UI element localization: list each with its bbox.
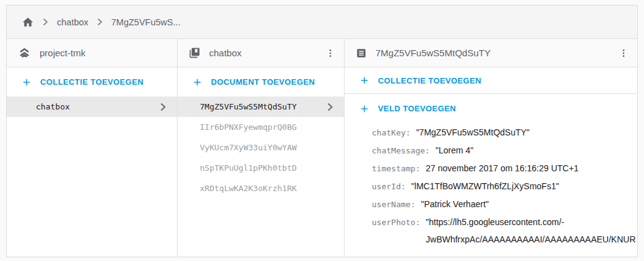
field-value: 27 november 2017 om 16:16:29 UTC+1 <box>426 160 578 178</box>
collection-list-item[interactable]: chatbox <box>7 96 177 117</box>
collection-title: chatbox <box>209 48 242 58</box>
document-list-item[interactable]: nSpTKPuUgl1pPKh0tbtD <box>178 158 344 178</box>
plus-icon <box>21 77 32 88</box>
breadcrumb-item-collection[interactable]: chatbox <box>57 17 88 27</box>
field-value: "Patrick Verhaert" <box>421 195 489 213</box>
field-name: chatMessage <box>372 142 430 160</box>
field-value: "https://lh5.googleusercontent.com/- JwB… <box>426 213 635 248</box>
more-vert-icon[interactable] <box>616 46 631 61</box>
field-name: userName <box>372 195 415 213</box>
field-row[interactable]: userPhoto "https://lh5.googleusercontent… <box>372 213 637 248</box>
field-value: "7MgZ5VFu5wS5MtQdSuTY" <box>416 124 530 142</box>
field-name: userId <box>372 178 406 195</box>
document-list-item[interactable]: 7MgZ5VFu5wS5MtQdSuTY <box>178 96 344 117</box>
column-root: project-tmk COLLECTIE TOEVOEGEN chatbox <box>7 39 178 257</box>
document-title: 7MgZ5VFu5wS5MtQdSuTY <box>376 48 491 58</box>
add-collection-button[interactable]: COLLECTIE TOEVOEGEN <box>345 67 637 94</box>
breadcrumb-separator-icon <box>43 18 48 26</box>
document-list-item[interactable]: VyKUcm7XyW33uiY0wYAW <box>178 137 344 158</box>
document-icon <box>356 48 367 59</box>
field-name: chatKey <box>372 124 411 142</box>
firestore-data-panel: chatbox 7MgZ5VFu5wS... project-tmk COLLE… <box>6 5 638 257</box>
field-value-line: JwBWhfrxpAc/AAAAAAAAAAI/AAAAAAAAAEU/KNUR <box>426 231 635 248</box>
breadcrumb: chatbox 7MgZ5VFu5wS... <box>7 6 637 39</box>
breadcrumb-item-document[interactable]: 7MgZ5VFu5wS... <box>111 17 181 27</box>
add-collection-button[interactable]: COLLECTIE TOEVOEGEN <box>7 67 177 96</box>
field-row[interactable]: timestamp 27 november 2017 om 16:16:29 U… <box>372 160 637 178</box>
field-value: "lMC1TfBoWMZWTrh6fZLjXySmoFs1" <box>411 178 559 195</box>
field-name: userPhoto <box>372 213 420 231</box>
chevron-right-icon <box>327 103 333 111</box>
field-row[interactable]: chatKey "7MgZ5VFu5wS5MtQdSuTY" <box>372 124 637 142</box>
add-document-button[interactable]: DOCUMENT TOEVOEGEN <box>178 67 344 96</box>
home-icon[interactable] <box>22 16 34 28</box>
root-title: project-tmk <box>40 48 85 58</box>
field-value-line: "https://lh5.googleusercontent.com/- <box>426 213 635 231</box>
field-value: "Lorem 4" <box>436 142 473 160</box>
column-document: 7MgZ5VFu5wS5MtQdSuTY COLLECTIE TOEVOEGEN… <box>345 39 637 257</box>
firestore-database-icon <box>18 46 31 59</box>
plus-icon <box>192 77 203 88</box>
document-list-item[interactable]: IIr6bPNXFyewmqprQ0BG <box>178 117 344 137</box>
breadcrumb-separator-icon <box>97 18 103 26</box>
more-vert-icon[interactable] <box>323 46 338 61</box>
field-row[interactable]: userId "lMC1TfBoWMZWTrh6fZLjXySmoFs1" <box>372 178 637 195</box>
column-collection: chatbox DOCUMENT TOEVOEGEN 7MgZ5VFu5wS5M… <box>178 39 345 257</box>
add-field-button[interactable]: VELD TOEVOEGEN <box>345 94 637 123</box>
collection-column-header: chatbox <box>178 39 344 67</box>
collections-bookmark-icon <box>189 47 200 59</box>
field-list: chatKey "7MgZ5VFu5wS5MtQdSuTY" chatMessa… <box>345 123 637 248</box>
document-list-item[interactable]: xRDtqLwKA2K3oKrzh1RK <box>178 178 344 199</box>
chevron-right-icon <box>160 103 166 111</box>
root-column-header: project-tmk <box>7 39 177 67</box>
field-row[interactable]: userName "Patrick Verhaert" <box>372 195 637 213</box>
field-name: timestamp <box>372 160 420 178</box>
document-column-header: 7MgZ5VFu5wS5MtQdSuTY <box>345 39 637 67</box>
plus-icon <box>359 103 370 114</box>
plus-icon <box>359 75 370 86</box>
field-row[interactable]: chatMessage "Lorem 4" <box>372 142 637 160</box>
